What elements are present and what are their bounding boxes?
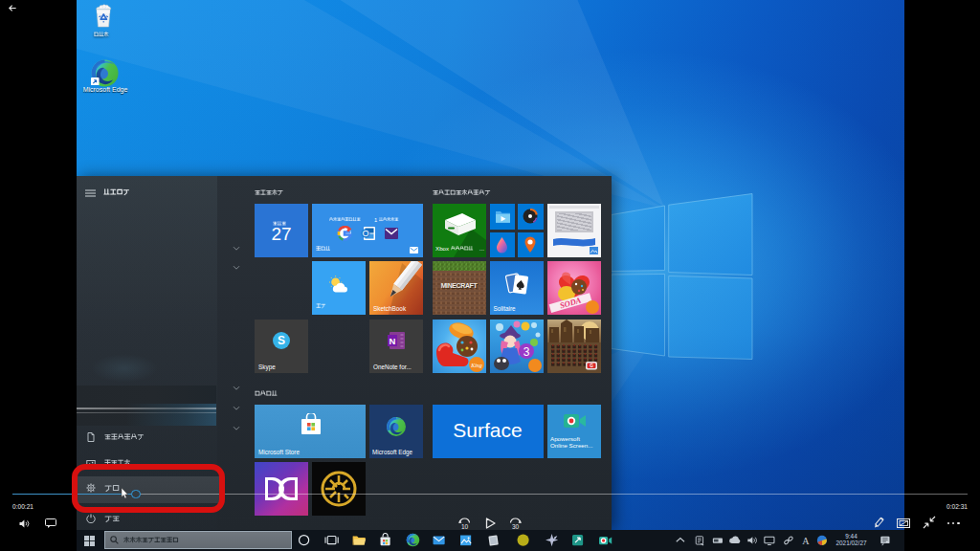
svg-text:G: G <box>590 364 593 368</box>
svg-text:30: 30 <box>512 522 520 529</box>
svg-text:3: 3 <box>523 344 529 358</box>
svg-text:O: O <box>362 229 368 238</box>
svg-text:10: 10 <box>461 522 469 529</box>
svg-text:King: King <box>470 363 482 368</box>
svg-text:A: A <box>802 535 810 545</box>
svg-text:N: N <box>390 335 396 345</box>
